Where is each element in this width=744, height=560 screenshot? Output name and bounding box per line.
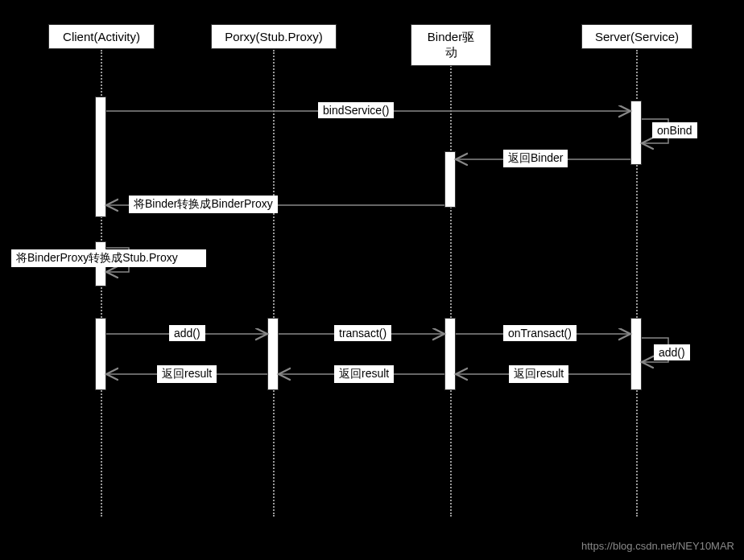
msg-transact: transact() [334, 325, 391, 341]
activation-binder-1 [444, 151, 456, 208]
participant-proxy: Porxy(Stub.Proxy) [211, 24, 337, 49]
msg-onTransact: onTransact() [503, 325, 577, 341]
activation-client-1 [95, 97, 106, 217]
participant-server: Server(Service) [581, 24, 692, 49]
msg-toBinderProxy: 将Binder转换成BinderProxy [129, 196, 278, 213]
msg-returnBinder: 返回Binder [503, 150, 568, 167]
participant-client: Client(Activity) [48, 24, 155, 49]
participant-binder: Binder驱动 [411, 24, 491, 66]
activation-server-1 [630, 101, 642, 165]
watermark: https://blog.csdn.net/NEY10MAR [581, 540, 734, 552]
msg-returnResult-server: 返回result [509, 365, 568, 383]
msg-returnResult-proxy: 返回result [157, 365, 217, 383]
msg-onBind: onBind [652, 122, 697, 138]
msg-add1: add() [169, 325, 205, 341]
activation-proxy-3 [267, 318, 279, 390]
activation-server-3 [630, 318, 642, 390]
activation-binder-3 [444, 318, 456, 390]
msg-add2: add() [654, 344, 690, 360]
lifeline-binder [450, 50, 452, 517]
msg-bindService: bindService() [318, 102, 394, 118]
activation-client-3 [95, 318, 106, 390]
lifeline-proxy [273, 50, 275, 517]
arrows-layer [0, 0, 744, 560]
msg-toStubProxy: 将BinderProxy转换成Stub.Proxy [11, 249, 206, 267]
msg-returnResult-binder: 返回result [334, 365, 394, 383]
